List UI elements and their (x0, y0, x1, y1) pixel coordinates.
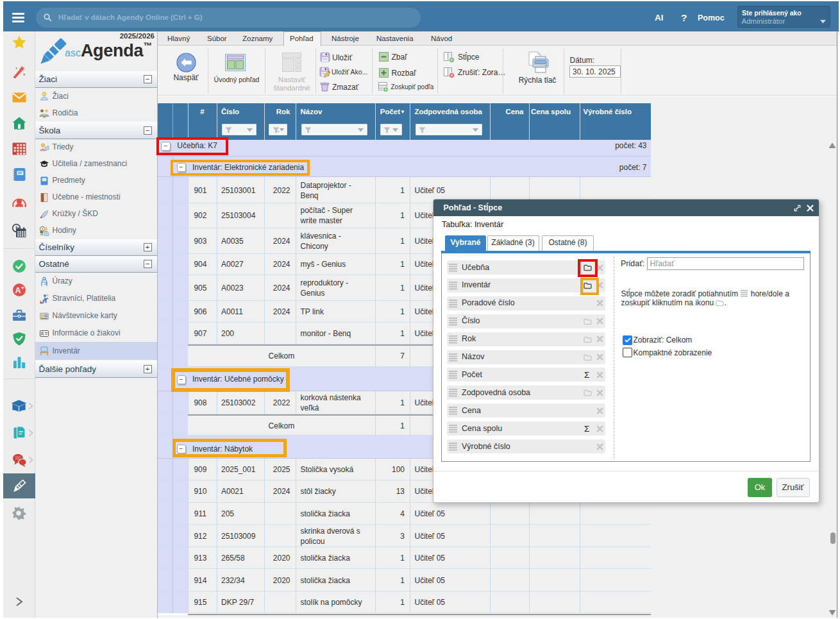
svg-text:+: + (21, 284, 24, 291)
svg-text:A: A (15, 286, 21, 295)
